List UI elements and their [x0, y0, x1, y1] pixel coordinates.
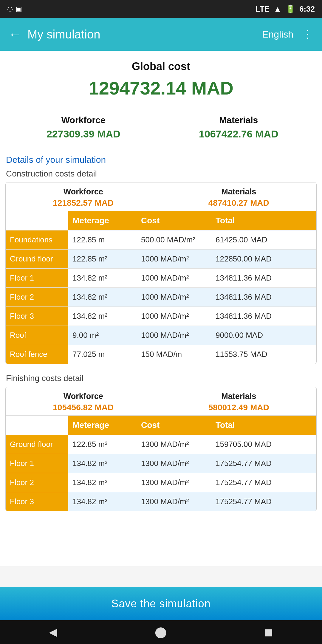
- row-total: 134811.36 MAD: [211, 288, 316, 306]
- status-right: LTE ▲ 🔋 6:32: [256, 4, 315, 14]
- row-cost: 1300 MAD/m²: [137, 454, 211, 473]
- nav-square-icon[interactable]: ◼: [264, 626, 273, 638]
- materials-value: 1067422.76 MAD: [164, 128, 313, 140]
- row-meterage: 134.82 m²: [68, 492, 137, 511]
- global-cost-section: Global cost 1294732.14 MAD Workforce 227…: [0, 51, 322, 150]
- construction-header-split: Workforce 121852.57 MAD Materials 487410…: [6, 182, 316, 211]
- finishing-workforce-title: Workforce: [6, 392, 161, 401]
- back-button[interactable]: ←: [8, 27, 21, 42]
- finishing-workforce-header: Workforce 105456.82 MAD: [6, 392, 161, 412]
- row-meterage: 122.85 m²: [68, 435, 137, 454]
- signal-icon: ▲: [274, 4, 281, 14]
- finishing-empty-header: [6, 416, 68, 435]
- nav-bar: ◀ ⬤ ◼: [0, 620, 322, 644]
- row-meterage: 134.82 m²: [68, 269, 137, 287]
- row-label: Roof: [6, 326, 68, 345]
- table-row: Roof 9.00 m² 1000 MAD/m² 9000.00 MAD: [6, 326, 316, 345]
- global-cost-value: 1294732.14 MAD: [6, 78, 316, 99]
- construction-workforce-header: Workforce 121852.57 MAD: [6, 187, 161, 208]
- save-button[interactable]: Save the simulation: [0, 587, 322, 620]
- row-total: 175254.77 MAD: [211, 492, 316, 511]
- row-meterage: 134.82 m²: [68, 454, 137, 473]
- finishing-rows: Ground floor 122.85 m² 1300 MAD/m² 15970…: [6, 435, 316, 511]
- row-cost: 1000 MAD/m²: [137, 307, 211, 326]
- wifi-icon: ◌: [7, 5, 13, 13]
- workforce-value: 227309.39 MAD: [9, 128, 158, 140]
- construction-table: Workforce 121852.57 MAD Materials 487410…: [5, 182, 317, 364]
- finishing-header-split: Workforce 105456.82 MAD Materials 580012…: [6, 387, 316, 416]
- table-row: Floor 2 134.82 m² 1300 MAD/m² 175254.77 …: [6, 473, 316, 492]
- finishing-meterage-header: Meterage: [68, 416, 137, 435]
- time-label: 6:32: [299, 4, 315, 14]
- row-meterage: 77.025 m: [68, 345, 137, 364]
- construction-workforce-value: 121852.57 MAD: [6, 198, 161, 208]
- nav-back-icon[interactable]: ◀: [49, 626, 57, 638]
- materials-label: Materials: [164, 115, 313, 125]
- status-bar: ◌ ▣ LTE ▲ 🔋 6:32: [0, 0, 322, 18]
- table-row: Floor 3 134.82 m² 1000 MAD/m² 134811.36 …: [6, 306, 316, 326]
- construction-meterage-header: Meterage: [68, 211, 137, 230]
- app-bar: ← My simulation English ⋮: [0, 18, 322, 51]
- row-total: 134811.36 MAD: [211, 269, 316, 287]
- battery-icon: 🔋: [286, 4, 295, 14]
- row-total: 122850.00 MAD: [211, 250, 316, 268]
- construction-empty-header: [6, 211, 68, 230]
- construction-total-header: Total: [211, 211, 316, 230]
- finishing-materials-value: 580012.49 MAD: [161, 403, 317, 412]
- row-total: 9000.00 MAD: [211, 326, 316, 345]
- row-meterage: 134.82 m²: [68, 288, 137, 306]
- row-label: Roof fence: [6, 345, 68, 364]
- finishing-materials-title: Materials: [161, 392, 317, 401]
- row-cost: 1300 MAD/m²: [137, 473, 211, 492]
- row-label: Foundations: [6, 230, 68, 249]
- table-row: Floor 3 134.82 m² 1300 MAD/m² 175254.77 …: [6, 492, 316, 511]
- global-cost-label: Global cost: [6, 60, 316, 73]
- row-label: Floor 2: [6, 288, 68, 306]
- finishing-workforce-value: 105456.82 MAD: [6, 403, 161, 412]
- construction-cost-header: Cost: [137, 211, 211, 230]
- row-cost: 1000 MAD/m²: [137, 288, 211, 306]
- finishing-total-header: Total: [211, 416, 316, 435]
- row-label: Floor 1: [6, 269, 68, 287]
- row-total: 134811.36 MAD: [211, 307, 316, 326]
- finishing-cost-header: Cost: [137, 416, 211, 435]
- table-row: Ground floor 122.85 m² 1300 MAD/m² 15970…: [6, 435, 316, 454]
- row-total: 159705.00 MAD: [211, 435, 316, 454]
- nav-home-icon[interactable]: ⬤: [155, 626, 167, 638]
- sd-icon: ▣: [16, 5, 22, 13]
- workforce-label: Workforce: [9, 115, 158, 125]
- row-label: Floor 3: [6, 307, 68, 326]
- row-cost: 500.00 MAD/m²: [137, 230, 211, 249]
- lte-label: LTE: [256, 4, 270, 14]
- row-total: 175254.77 MAD: [211, 473, 316, 492]
- materials-summary: Materials 1067422.76 MAD: [161, 112, 316, 143]
- row-label: Ground floor: [6, 435, 68, 454]
- construction-materials-header: Materials 487410.27 MAD: [161, 187, 317, 208]
- page-title: My simulation: [27, 28, 256, 41]
- row-cost: 1300 MAD/m²: [137, 492, 211, 511]
- construction-col-headers: Meterage Cost Total: [6, 211, 316, 230]
- main-content: Global cost 1294732.14 MAD Workforce 227…: [0, 51, 322, 566]
- row-cost: 1000 MAD/m²: [137, 326, 211, 345]
- table-row: Floor 2 134.82 m² 1000 MAD/m² 134811.36 …: [6, 287, 316, 306]
- row-total: 61425.00 MAD: [211, 230, 316, 249]
- construction-materials-value: 487410.27 MAD: [161, 198, 317, 208]
- row-label: Floor 2: [6, 473, 68, 492]
- table-row: Ground floor 122.85 m² 1000 MAD/m² 12285…: [6, 249, 316, 268]
- row-total: 11553.75 MAD: [211, 345, 316, 364]
- details-link[interactable]: Details of your simulation: [0, 150, 322, 167]
- row-meterage: 122.85 m: [68, 230, 137, 249]
- row-cost: 1300 MAD/m²: [137, 435, 211, 454]
- finishing-section-label: Finishing costs detail: [0, 371, 322, 387]
- finishing-materials-header: Materials 580012.49 MAD: [161, 392, 317, 412]
- row-cost: 1000 MAD/m²: [137, 250, 211, 268]
- table-row: Floor 1 134.82 m² 1000 MAD/m² 134811.36 …: [6, 268, 316, 287]
- more-button[interactable]: ⋮: [302, 28, 314, 41]
- row-meterage: 9.00 m²: [68, 326, 137, 345]
- construction-section-label: Construction costs detail: [0, 167, 322, 182]
- workforce-summary: Workforce 227309.39 MAD: [6, 112, 161, 143]
- table-row: Roof fence 77.025 m 150 MAD/m 11553.75 M…: [6, 345, 316, 364]
- construction-workforce-title: Workforce: [6, 187, 161, 196]
- row-meterage: 134.82 m²: [68, 307, 137, 326]
- language-button[interactable]: English: [262, 29, 293, 40]
